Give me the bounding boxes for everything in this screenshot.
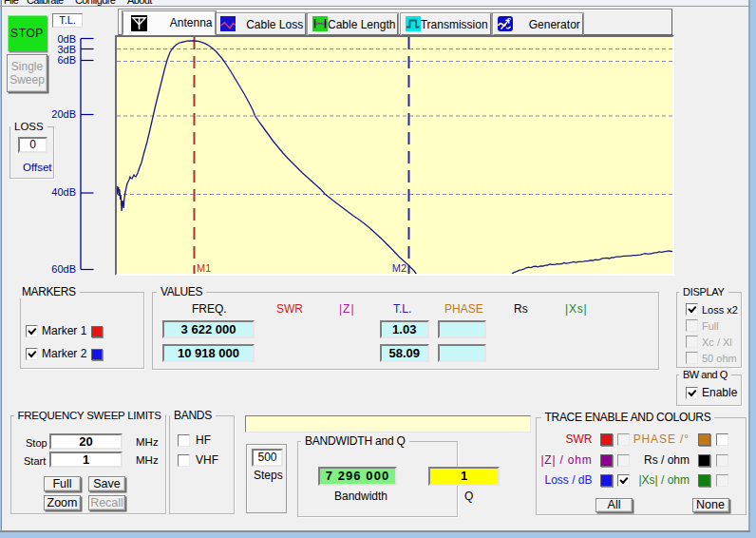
- svg-text:6dB: 6dB: [57, 54, 76, 66]
- svg-text:M2: M2: [392, 262, 406, 274]
- svg-text:40dB: 40dB: [51, 186, 76, 198]
- svg-text:20dB: 20dB: [51, 108, 76, 120]
- svg-text:60dB: 60dB: [51, 263, 76, 275]
- svg-text:M1: M1: [197, 262, 211, 274]
